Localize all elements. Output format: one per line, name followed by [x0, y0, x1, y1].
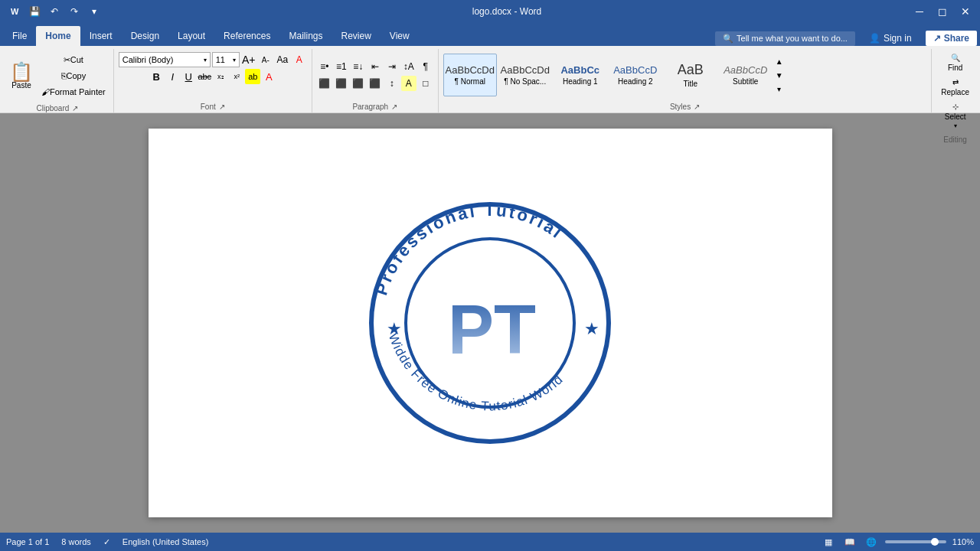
tab-view[interactable]: View [381, 26, 419, 46]
align-right-button[interactable]: ⬛ [351, 76, 366, 91]
font-case-button[interactable]: Aa [275, 52, 290, 67]
increase-indent-button[interactable]: ⇥ [384, 59, 400, 74]
word-icon[interactable]: W [6, 3, 23, 20]
tab-review[interactable]: Review [332, 26, 380, 46]
bold-button[interactable]: B [149, 69, 164, 84]
find-button[interactable]: 🔍 Find [942, 52, 969, 73]
customize-qat-button[interactable]: ▾ [86, 3, 103, 20]
clipboard-label: Clipboard ↗ [6, 103, 109, 114]
print-layout-button[interactable]: ▦ [821, 534, 836, 549]
font-grow-button[interactable]: A+ [241, 52, 256, 67]
find-icon: 🔍 [951, 54, 960, 62]
subscript-button[interactable]: x₂ [213, 69, 228, 84]
tab-insert[interactable]: Insert [80, 26, 122, 46]
underline-button[interactable]: U [181, 69, 196, 84]
multilevel-button[interactable]: ≡↓ [351, 59, 366, 74]
undo-button[interactable]: ↶ [46, 3, 63, 20]
font-shrink-button[interactable]: A- [258, 52, 273, 67]
title-bar-right: ─ ◻ ✕ [911, 3, 974, 20]
style-title[interactable]: AaB Title [664, 54, 717, 96]
style-subtitle-preview: AaBbCcD [724, 64, 767, 76]
svg-text:★: ★ [584, 319, 599, 338]
svg-text:★: ★ [387, 319, 402, 338]
style-no-spacing[interactable]: AaBbCcDd ¶ No Spac... [498, 54, 552, 96]
page-indicator: Page 1 of 1 [6, 537, 49, 546]
line-spacing-button[interactable]: ↕ [384, 76, 400, 91]
font-expand-icon[interactable]: ↗ [219, 103, 225, 111]
styles-scroll-up[interactable]: ▲ [774, 55, 785, 67]
tab-references[interactable]: References [214, 26, 279, 46]
paste-button[interactable]: 📋 Paste [6, 56, 37, 96]
proofing-icon[interactable]: ✓ [103, 537, 110, 547]
tab-layout[interactable]: Layout [168, 26, 214, 46]
styles-expand-button[interactable]: ▾ [774, 83, 785, 95]
align-left-button[interactable]: ⬛ [317, 76, 332, 91]
clipboard-expand-icon[interactable]: ↗ [72, 104, 78, 112]
zoom-thumb[interactable] [931, 538, 939, 546]
clipboard-group: 📋 Paste ✂ Cut ⎘ Copy 🖌 Format Painter C [2, 49, 114, 112]
status-right: ▦ 📖 🌐 110% [821, 534, 974, 549]
borders-button[interactable]: □ [418, 76, 433, 91]
justify-button[interactable]: ⬛ [368, 76, 383, 91]
strikethrough-button[interactable]: abc [197, 69, 212, 84]
font-name-selector[interactable]: Calibri (Body) ▾ [119, 52, 211, 67]
show-marks-button[interactable]: ¶ [418, 59, 433, 74]
share-button[interactable]: ↗ Share [926, 31, 977, 46]
cut-icon: ✂ [64, 55, 70, 65]
style-normal[interactable]: AaBbCcDd ¶ Normal [443, 54, 497, 96]
font-size-selector[interactable]: 11 ▾ [212, 52, 240, 67]
signin-button[interactable]: 👤 Sign in [861, 31, 920, 46]
save-qat-button[interactable]: 💾 [26, 3, 43, 20]
shading-button[interactable]: A [401, 76, 416, 91]
tab-mailings[interactable]: Mailings [279, 26, 332, 46]
clipboard-content: 📋 Paste ✂ Cut ⎘ Copy 🖌 Format Painter [6, 49, 109, 103]
language[interactable]: English (United States) [122, 537, 209, 546]
copy-button[interactable]: ⎘ Copy [38, 68, 109, 83]
paste-icon: 📋 [10, 63, 33, 81]
italic-button[interactable]: I [165, 69, 180, 84]
replace-button[interactable]: ⇄ Replace [936, 77, 974, 98]
font-size-dropdown-icon: ▾ [233, 57, 236, 64]
bullets-button[interactable]: ≡• [317, 59, 332, 74]
style-heading1[interactable]: AaBbCc Heading 1 [554, 54, 607, 96]
style-subtitle[interactable]: AaBbCcD Subtitle [719, 54, 773, 96]
minimize-button[interactable]: ─ [911, 3, 928, 20]
style-heading2[interactable]: AaBbCcD Heading 2 [609, 54, 662, 96]
align-center-button[interactable]: ⬛ [334, 76, 349, 91]
decrease-indent-button[interactable]: ⇤ [368, 59, 383, 74]
signin-icon: 👤 [869, 33, 880, 44]
tab-home[interactable]: Home [36, 26, 80, 46]
tab-design[interactable]: Design [122, 26, 168, 46]
paragraph-expand-icon[interactable]: ↗ [391, 103, 397, 111]
read-mode-button[interactable]: 📖 [842, 534, 858, 549]
clear-format-button[interactable]: A [292, 52, 307, 67]
format-painter-button[interactable]: 🖌 Format Painter [38, 84, 109, 99]
web-layout-button[interactable]: 🌐 [864, 534, 879, 549]
highlight-button[interactable]: ab [245, 69, 260, 84]
sort-button[interactable]: ↕A [401, 59, 416, 74]
style-heading1-preview: AaBbCc [560, 64, 599, 76]
word-count: 8 words [61, 537, 91, 546]
search-icon: 🔍 [723, 34, 733, 44]
title-bar: W 💾 ↶ ↷ ▾ logo.docx - Word ─ ◻ ✕ [0, 0, 980, 23]
tell-me-box[interactable]: 🔍 Tell me what you want to do... [715, 31, 855, 46]
restore-button[interactable]: ◻ [934, 3, 951, 20]
numbering-button[interactable]: ≡1 [334, 59, 349, 74]
document-area: Professional Tutorial Widde Free Online … [0, 113, 980, 533]
styles-scroll-down[interactable]: ▼ [774, 69, 785, 81]
editing-content: 🔍 Find ⇄ Replace ⊹ Select ▾ [936, 49, 974, 134]
close-button[interactable]: ✕ [957, 3, 974, 20]
cut-button[interactable]: ✂ Cut [38, 52, 109, 67]
styles-content: AaBbCcDd ¶ Normal AaBbCcDd ¶ No Spac... … [443, 49, 785, 101]
zoom-slider[interactable] [885, 540, 946, 543]
styles-expand-icon[interactable]: ↗ [694, 103, 700, 111]
tab-file[interactable]: File [3, 26, 36, 46]
svg-text:Professional Tutorial: Professional Tutorial [371, 201, 567, 298]
editing-group: 🔍 Find ⇄ Replace ⊹ Select ▾ Editing [932, 49, 978, 112]
select-button[interactable]: ⊹ Select ▾ [940, 101, 971, 131]
font-color-button[interactable]: A [261, 69, 276, 84]
styles-group: AaBbCcDd ¶ Normal AaBbCcDd ¶ No Spac... … [439, 49, 933, 112]
redo-button[interactable]: ↷ [66, 3, 83, 20]
logo-image[interactable]: Professional Tutorial Widde Free Online … [360, 193, 620, 453]
superscript-button[interactable]: x² [229, 69, 244, 84]
